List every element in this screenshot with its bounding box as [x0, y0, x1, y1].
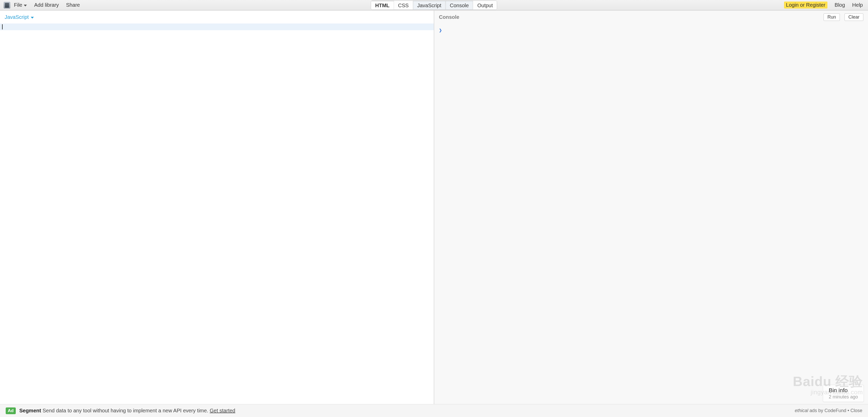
ad-attrib-sep: •: [846, 408, 850, 413]
share-label: Share: [66, 2, 80, 8]
ad-attrib-em: ethical: [795, 408, 808, 413]
console-title: Console: [439, 14, 459, 20]
help-link[interactable]: Help: [852, 2, 863, 8]
caret-down-icon: [24, 5, 27, 6]
console-pane: Console Run Clear ❯ Bin info 2 minutes a…: [434, 10, 868, 404]
ad-brand: Segment: [20, 408, 41, 413]
run-button[interactable]: Run: [824, 13, 840, 21]
ad-text-wrap: Segment Send data to any tool without ha…: [20, 408, 235, 414]
file-menu-label: File: [14, 2, 22, 8]
topbar: File Add library Share HTML CSS JavaScri…: [0, 0, 868, 10]
add-library-label: Add library: [34, 2, 59, 8]
clear-button[interactable]: Clear: [844, 13, 863, 21]
console-body[interactable]: ❯: [434, 24, 868, 404]
editor-language-label: JavaScript: [5, 14, 29, 20]
tab-console[interactable]: Console: [445, 1, 473, 9]
bin-info-card[interactable]: Bin info 2 minutes ago: [823, 385, 864, 402]
ad-attribution: ethical ads by CodeFund • Close: [795, 408, 862, 413]
editor-cursor-icon: [2, 24, 3, 29]
editor-language-dropdown[interactable]: JavaScript: [5, 14, 34, 20]
menu-left: File Add library Share: [14, 2, 80, 8]
tab-output[interactable]: Output: [473, 1, 497, 9]
add-library-menu[interactable]: Add library: [34, 2, 59, 8]
editor-header: JavaScript: [0, 10, 434, 24]
tab-javascript[interactable]: JavaScript: [413, 1, 445, 9]
menu-right: Login or Register Blog Help: [784, 2, 863, 8]
console-prompt-icon: ❯: [439, 27, 442, 33]
bin-info-title: Bin info: [829, 387, 858, 394]
ad-chip: Ad: [6, 408, 16, 414]
bin-info-timestamp: 2 minutes ago: [829, 394, 858, 400]
footer-ad-bar: Ad Segment Send data to any tool without…: [0, 404, 868, 417]
app-logo-icon[interactable]: [4, 2, 10, 8]
tab-css[interactable]: CSS: [394, 1, 413, 9]
code-editor[interactable]: [0, 24, 434, 404]
ad-cta-link[interactable]: Get started: [210, 408, 235, 413]
ad-attrib-rest: ads by CodeFund: [808, 408, 846, 413]
login-register-link[interactable]: Login or Register: [784, 2, 828, 8]
ad-text: Send data to any tool without having to …: [43, 408, 208, 413]
workspace: JavaScript Console Run Clear ❯: [0, 10, 868, 404]
file-menu[interactable]: File: [14, 2, 27, 8]
editor-pane: JavaScript: [0, 10, 434, 404]
panel-tabs: HTML CSS JavaScript Console Output: [371, 1, 497, 10]
blog-link[interactable]: Blog: [835, 2, 845, 8]
share-menu[interactable]: Share: [66, 2, 80, 8]
tab-html[interactable]: HTML: [371, 1, 394, 9]
console-header: Console Run Clear: [434, 10, 868, 24]
editor-current-line-highlight: [0, 24, 434, 30]
ad-close-link[interactable]: Close: [850, 408, 862, 413]
caret-down-icon: [31, 17, 34, 19]
